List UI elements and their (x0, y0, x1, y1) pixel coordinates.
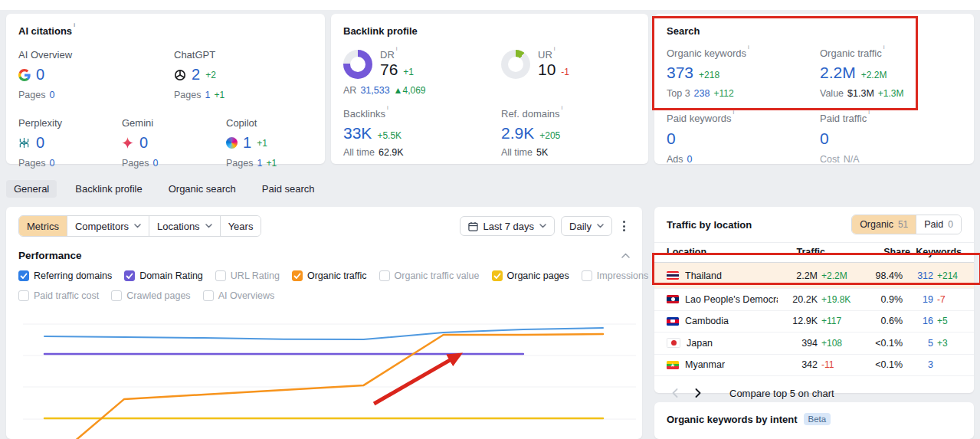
checkbox-checked-icon[interactable] (18, 270, 29, 281)
keywords-value[interactable]: 312 (910, 270, 933, 281)
backlinks-label: Backlinksi (343, 108, 501, 120)
tab-organic-search[interactable]: Organic search (161, 180, 244, 198)
ref-domains-label: Ref. domainsi (501, 108, 562, 120)
keywords-value[interactable]: 5 (910, 338, 933, 349)
info-icon[interactable]: i (733, 109, 735, 116)
checkbox-unchecked-icon[interactable] (18, 290, 29, 301)
metric-toggle-impressions[interactable]: Impressions (582, 270, 648, 281)
metric-toggle-ai-overviews[interactable]: AI Overviews (203, 290, 275, 301)
top3-value[interactable]: 238 (694, 88, 710, 99)
info-icon[interactable]: i (396, 45, 398, 52)
pages-value[interactable]: 1 (257, 158, 262, 169)
pages-label: Pages (122, 158, 149, 169)
keywords-value[interactable]: 16 (910, 316, 933, 326)
metric-checkbox-row-1: Referring domainsDomain RatingURL Rating… (6, 270, 642, 281)
checkbox-checked-icon[interactable] (124, 270, 135, 281)
ur-delta: -1 (561, 67, 569, 77)
checkbox-unchecked-icon[interactable] (379, 270, 390, 281)
pages-value[interactable]: 1 (205, 90, 210, 100)
metric-toggle-organic-pages[interactable]: Organic pages (492, 270, 569, 281)
metric-toggle-organic-traffic[interactable]: Organic traffic (292, 270, 367, 281)
performance-line-chart[interactable] (6, 306, 642, 439)
metric-toggle-paid-traffic-cost[interactable]: Paid traffic cost (18, 290, 99, 301)
backlinks-value[interactable]: 33K (343, 124, 372, 143)
ads-value[interactable]: 0 (687, 154, 693, 165)
locations-dropdown[interactable]: Locations (149, 216, 220, 236)
chatgpt-icon (174, 69, 186, 81)
pages-value[interactable]: 0 (49, 90, 54, 100)
checkbox-unchecked-icon[interactable] (582, 270, 592, 281)
paid-keywords-value[interactable]: 0 (667, 129, 676, 148)
checkbox-unchecked-icon[interactable] (215, 270, 226, 281)
organic-toggle[interactable]: Organic51 (852, 215, 916, 234)
date-range-dropdown[interactable]: Last 7 days (460, 216, 556, 236)
metric-label: AI Overviews (218, 290, 275, 301)
granularity-dropdown[interactable]: Daily (561, 216, 612, 236)
metrics-button[interactable]: Metrics (19, 216, 67, 236)
traffic-delta: +117 (821, 316, 861, 326)
metric-toggle-organic-traffic-value[interactable]: Organic traffic value (379, 270, 480, 281)
paid-toggle[interactable]: Paid0 (916, 215, 961, 234)
info-icon[interactable]: i (74, 21, 75, 28)
location-row-jp[interactable]: Japan394+108<0.1%5+3 (654, 333, 974, 355)
ref-domains-value[interactable]: 2.9K (501, 124, 534, 143)
prev-page-button[interactable] (667, 385, 683, 401)
pages-delta: +1 (214, 90, 225, 100)
keywords-value[interactable]: 3 (910, 359, 933, 370)
perplexity-value[interactable]: 0 (36, 134, 44, 152)
organic-traffic-metric: Organic traffici 2.2M+2.2M Value$1.3M+1.… (820, 48, 903, 99)
tab-general[interactable]: General (6, 180, 57, 198)
copilot-icon (226, 137, 238, 149)
ur-value: 10 (538, 61, 556, 79)
checkbox-unchecked-icon[interactable] (111, 290, 122, 301)
pages-label: Pages (174, 90, 201, 100)
organic-traffic-value[interactable]: 2.2M (820, 64, 856, 82)
competitors-dropdown[interactable]: Competitors (67, 216, 149, 236)
checkbox-unchecked-icon[interactable] (203, 290, 214, 301)
chatgpt-value[interactable]: 2 (192, 66, 200, 84)
metric-toggle-crawled-pages[interactable]: Crawled pages (111, 290, 190, 301)
tab-backlink-profile[interactable]: Backlink profile (67, 180, 149, 198)
paid-traffic-value[interactable]: 0 (820, 129, 829, 148)
keywords-value[interactable]: 19 (910, 294, 933, 305)
checkbox-checked-icon[interactable] (492, 270, 503, 281)
traffic-delta: +19.8K (821, 294, 861, 305)
years-button[interactable]: Years (220, 216, 261, 236)
info-icon[interactable]: i (868, 109, 870, 116)
metric-label: Paid traffic cost (34, 290, 99, 301)
metric-checkbox-row-2: Paid traffic costCrawled pagesAI Overvie… (6, 290, 642, 301)
location-row-th[interactable]: Thailand2.2M+2.2M98.4%312+214 (654, 263, 974, 289)
share-value: 0.9% (866, 294, 903, 305)
cost-value: N/A (844, 154, 860, 165)
chart-mode-group: Metrics Competitors Locations Years (18, 215, 261, 237)
pages-value[interactable]: 0 (49, 158, 54, 169)
metric-toggle-domain-rating[interactable]: Domain Rating (124, 270, 203, 281)
info-icon[interactable]: i (554, 45, 556, 52)
pages-value[interactable]: 0 (152, 158, 158, 169)
next-page-button[interactable] (690, 385, 706, 401)
copilot-value[interactable]: 1 (243, 134, 251, 152)
ai-overview-value[interactable]: 0 (36, 66, 44, 84)
info-icon[interactable]: i (748, 44, 749, 51)
metric-toggle-url-rating[interactable]: URL Rating (215, 270, 280, 281)
location-row-kh[interactable]: Cambodia12.9K+1170.6%16+5 (654, 311, 974, 333)
tab-paid-search[interactable]: Paid search (254, 180, 323, 198)
location-row-la[interactable]: Lao People's Democratic Reput20.2K+19.8K… (654, 289, 974, 311)
metric-label: Impressions (597, 270, 648, 281)
more-options-icon[interactable] (618, 218, 630, 234)
compare-top5-label[interactable]: Compare top 5 on chart (729, 388, 834, 399)
info-icon[interactable]: i (562, 104, 563, 111)
ar-value[interactable]: 31,533 (360, 85, 389, 96)
checkbox-checked-icon[interactable] (292, 270, 303, 281)
info-icon[interactable]: i (883, 44, 885, 51)
gemini-value[interactable]: 0 (139, 134, 148, 152)
performance-title: Performance (18, 250, 82, 261)
location-row-mm[interactable]: Myanmar342-11<0.1%3 (654, 355, 974, 377)
info-icon[interactable]: i (387, 104, 388, 111)
metric-toggle-referring-domains[interactable]: Referring domains (18, 270, 112, 281)
keywords-by-intent-card: Organic keywords by intent Beta (654, 402, 974, 439)
chevron-down-icon (539, 224, 546, 228)
collapse-chevron-up-icon[interactable] (621, 253, 630, 258)
location-name: Lao People's Democratic Reput (685, 294, 778, 305)
organic-keywords-value[interactable]: 373 (667, 64, 693, 82)
